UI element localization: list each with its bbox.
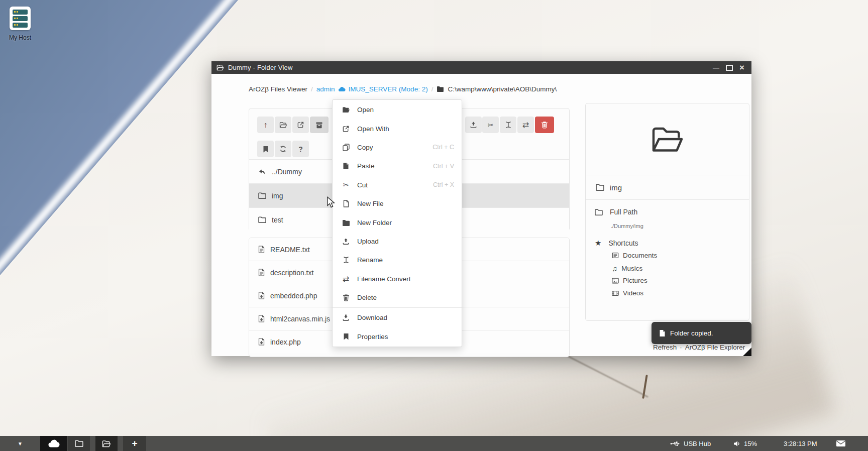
refresh-icon — [279, 145, 287, 153]
help-button[interactable]: ? — [292, 141, 309, 157]
folder-filled-icon — [342, 219, 350, 226]
taskbar-volume[interactable]: 15% — [733, 436, 757, 451]
menu-item-copy[interactable]: Copy Ctrl + C — [333, 138, 462, 157]
taskbar-usb[interactable]: USB Hub — [670, 436, 711, 451]
ibeam-icon — [505, 121, 511, 129]
taskbar-app-file-explorer[interactable] — [95, 436, 118, 451]
taskbar-add-button[interactable]: + — [123, 436, 146, 451]
window-titlebar[interactable]: Dummy - Folder View — × — [211, 61, 751, 74]
open-external-button[interactable] — [292, 117, 309, 133]
menu-item-open[interactable]: Open — [333, 100, 462, 119]
resize-grip[interactable] — [743, 348, 751, 356]
bookmark-icon — [342, 333, 350, 340]
menu-item-download[interactable]: Download — [333, 308, 462, 327]
folder-icon — [596, 184, 604, 191]
menu-item-open-with[interactable]: Open With — [333, 119, 462, 138]
close-button[interactable]: × — [739, 64, 744, 71]
breadcrumb: ArOZβ Files Viewer / admin IMUS_SERVER (… — [249, 84, 557, 93]
shortcut-documents[interactable]: Documents — [612, 252, 657, 259]
upload-icon — [470, 121, 477, 129]
code-file-icon — [258, 292, 265, 299]
text-file-icon — [258, 269, 265, 276]
open-folder-button[interactable] — [275, 117, 291, 133]
shortcuts-header: ★ Shortcuts — [595, 239, 638, 248]
menu-item-properties[interactable]: Properties — [333, 327, 462, 346]
open-folder-icon — [102, 440, 111, 447]
paste-icon — [659, 329, 666, 337]
up-arrow-icon: ↑ — [264, 121, 268, 130]
scissors-icon: ✂ — [488, 121, 494, 129]
pictures-icon-row[interactable]: Pictures — [612, 277, 647, 284]
menu-item-new-file[interactable]: New File — [333, 194, 462, 213]
taskbar-app-cloud[interactable] — [40, 436, 67, 451]
refresh-link[interactable]: Refresh — [653, 344, 677, 351]
question-icon: ? — [298, 145, 303, 153]
menu-item-paste[interactable]: Paste Ctrl + V — [333, 157, 462, 175]
upload-button[interactable] — [465, 117, 482, 133]
copy-icon — [342, 144, 350, 151]
file-name: description.txt — [270, 269, 313, 277]
filename-convert-button[interactable]: ⇄ — [517, 117, 534, 133]
maximize-button[interactable] — [726, 65, 733, 71]
full-path-row: Full Path — [595, 208, 637, 216]
file-name: index.php — [270, 338, 301, 346]
open-folder-icon — [650, 125, 685, 153]
menu-item-delete[interactable]: Delete — [333, 288, 462, 307]
minimize-button[interactable]: — — [713, 65, 719, 70]
archive-button[interactable] — [310, 117, 329, 133]
breadcrumb-server-link[interactable]: admin IMUS_SERVER (Mode: 2) — [316, 85, 428, 93]
film-icon — [612, 290, 619, 296]
shortcut-videos[interactable]: Videos — [612, 289, 643, 297]
external-link-icon — [297, 121, 304, 129]
taskbar-menu-button[interactable]: ▼ — [0, 436, 40, 451]
menu-item-cut[interactable]: ✂ Cut Ctrl + X — [333, 176, 462, 194]
bookmark-icon — [263, 146, 269, 153]
brand-label: ArOZβ File Explorer — [685, 344, 745, 351]
file-name: html2canvas.min.js — [270, 315, 330, 323]
scissors-icon: ✂ — [342, 181, 350, 189]
menu-item-new-folder[interactable]: New Folder — [333, 213, 462, 232]
selected-item-name: img — [586, 175, 749, 200]
up-button[interactable]: ↑ — [257, 117, 274, 133]
cloud-icon — [338, 86, 346, 92]
shortcut-musics[interactable]: ♫ Musics — [612, 264, 642, 273]
server-icon — [13, 10, 28, 28]
back-icon — [258, 169, 266, 175]
trash-icon — [342, 294, 350, 301]
toast-notification: Folder copied. — [652, 322, 751, 344]
delete-button[interactable] — [535, 117, 554, 133]
bookmark-button[interactable] — [257, 141, 274, 157]
usb-icon — [670, 440, 680, 447]
mouse-cursor — [327, 196, 336, 208]
open-folder-icon — [279, 122, 287, 128]
menu-item-filename-convert[interactable]: ⇄ Filename Convert — [333, 270, 462, 288]
taskbar-messages[interactable] — [836, 436, 846, 451]
desktop-icon-my-host[interactable] — [10, 7, 31, 30]
file-name: embedded.php — [270, 292, 317, 300]
desktop-icon-label: My Host — [0, 34, 40, 41]
menu-item-rename[interactable]: Rename — [333, 251, 462, 269]
upload-icon — [342, 238, 350, 245]
refresh-button[interactable] — [275, 141, 291, 157]
menu-divider — [333, 307, 462, 308]
star-icon: ★ — [595, 239, 601, 248]
context-menu: Open Open With Copy Ctrl + C Paste Ctrl … — [332, 99, 462, 347]
full-path-value: ./Dummy/img — [611, 223, 643, 229]
paste-icon — [342, 162, 350, 170]
breadcrumb-app[interactable]: ArOZβ Files Viewer — [249, 85, 307, 93]
folder-icon — [258, 192, 266, 199]
desktop: My Host Dummy - Folder View — × ArOZβ Fi… — [0, 0, 868, 451]
rename-button[interactable] — [500, 117, 516, 133]
folder-icon — [258, 216, 266, 223]
chevron-down-icon: ▼ — [18, 441, 23, 446]
taskbar-app-folder[interactable] — [68, 436, 90, 451]
menu-item-upload[interactable]: Upload — [333, 232, 462, 251]
cut-button[interactable]: ✂ — [482, 117, 499, 133]
speaker-icon — [733, 440, 740, 447]
toast-text: Folder copied. — [670, 329, 713, 337]
taskbar-clock[interactable]: 3:28:13 PM — [784, 436, 817, 451]
properties-panel: img Full Path ./Dummy/img ★ Shortcuts Do… — [585, 103, 749, 321]
folder-icon — [75, 440, 83, 447]
ibeam-icon — [342, 256, 350, 264]
window-footer: Refresh · ArOZβ File Explorer — [653, 344, 753, 351]
